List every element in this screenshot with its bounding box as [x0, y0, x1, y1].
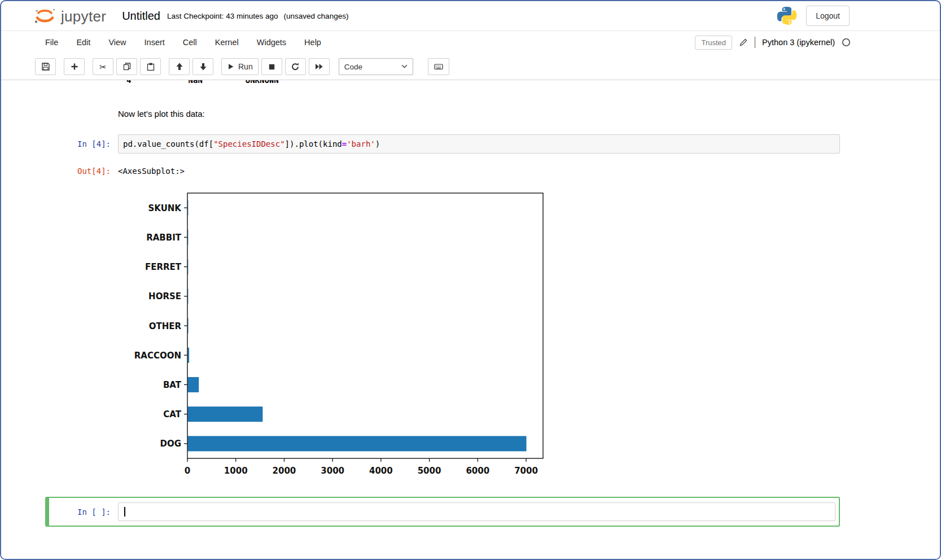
- menu-view[interactable]: View: [99, 38, 135, 47]
- move-cell-down-button[interactable]: [192, 58, 213, 75]
- move-cell-up-button[interactable]: [169, 58, 190, 75]
- copy-icon: [122, 62, 132, 71]
- save-button[interactable]: [35, 58, 56, 75]
- svg-text:1000: 1000: [224, 466, 248, 476]
- jupyter-logo[interactable]: jupyter: [33, 6, 106, 25]
- plus-icon: [70, 62, 79, 71]
- output-prompt: Out[4]:: [35, 161, 118, 177]
- toolbar: ✂ Run: [1, 54, 940, 80]
- code-cell-4[interactable]: In [4]: pd.value_counts(df["SpeciesIDDes…: [35, 134, 840, 487]
- save-icon: [41, 62, 50, 71]
- output-text: <AxesSubplot:>: [118, 161, 185, 177]
- menu-cell[interactable]: Cell: [174, 38, 206, 47]
- markdown-text: Now let's plot this data:: [118, 106, 205, 119]
- paste-icon: [146, 62, 155, 71]
- code-line: pd.value_counts(df["SpeciesIDDesc"]).plo…: [123, 138, 835, 150]
- menu-bar: File Edit View Insert Cell Kernel Widget…: [1, 31, 940, 54]
- add-cell-button[interactable]: [64, 58, 85, 75]
- svg-text:FERRET: FERRET: [145, 262, 182, 272]
- svg-text:DOG: DOG: [160, 439, 181, 449]
- svg-text:3000: 3000: [321, 466, 344, 476]
- run-button-label: Run: [238, 62, 253, 71]
- svg-text:OTHER: OTHER: [149, 321, 182, 331]
- copy-cell-button[interactable]: [116, 58, 137, 75]
- restart-run-all-button[interactable]: [309, 58, 330, 75]
- svg-text:5000: 5000: [418, 466, 441, 476]
- svg-text:HORSE: HORSE: [148, 291, 181, 301]
- restart-icon: [291, 62, 300, 71]
- cell-type-dropdown[interactable]: Code: [339, 58, 413, 75]
- menu-file[interactable]: File: [36, 38, 67, 47]
- svg-text:BAT: BAT: [163, 380, 182, 390]
- jupyter-logo-text: jupyter: [61, 9, 106, 25]
- markdown-prompt-spacer: [35, 106, 118, 119]
- input-prompt: In [4]:: [35, 134, 118, 154]
- svg-text:6000: 6000: [466, 466, 489, 476]
- checkpoint-status: Last Checkpoint: 43 minutes ago: [167, 12, 278, 20]
- svg-text:RABBIT: RABBIT: [146, 232, 182, 242]
- menu-edit[interactable]: Edit: [67, 38, 99, 47]
- code-input-area[interactable]: pd.value_counts(df["SpeciesIDDesc"]).plo…: [118, 134, 840, 154]
- play-icon: [227, 63, 235, 71]
- svg-text:RACCOON: RACCOON: [134, 350, 181, 360]
- menubar-divider: [755, 37, 755, 48]
- notebook-header: jupyter Untitled Last Checkpoint: 43 min…: [1, 1, 940, 31]
- chevron-down-icon: [401, 64, 408, 69]
- kernel-name-label[interactable]: Python 3 (ipykernel): [762, 38, 835, 47]
- notebook-title[interactable]: Untitled: [122, 10, 160, 23]
- svg-text:CAT: CAT: [163, 409, 181, 419]
- kernel-status-icon: [842, 38, 851, 47]
- notebook-area: 4 NaN UNKNOWN Now let's plot this data: …: [1, 80, 940, 559]
- paste-cell-button[interactable]: [140, 58, 161, 75]
- empty-code-input-area[interactable]: [118, 502, 835, 521]
- pencil-icon[interactable]: [739, 38, 748, 47]
- fast-forward-icon: [314, 62, 323, 71]
- restart-kernel-button[interactable]: [285, 58, 306, 75]
- keyboard-icon: [434, 62, 444, 71]
- stop-icon: [268, 63, 276, 71]
- clipped-dataframe-row: 4 NaN UNKNOWN: [126, 80, 840, 86]
- command-palette-button[interactable]: [428, 58, 449, 75]
- python-logo-icon: [777, 6, 797, 26]
- svg-text:4000: 4000: [369, 466, 393, 476]
- unsaved-changes-label: (unsaved changes): [284, 12, 349, 20]
- browser-window: jupyter Untitled Last Checkpoint: 43 min…: [0, 0, 941, 560]
- logout-button[interactable]: Logout: [806, 6, 850, 26]
- svg-text:0: 0: [185, 466, 190, 476]
- text-cursor: [124, 507, 125, 517]
- jupyter-planet-icon: [33, 6, 59, 25]
- menu-widgets[interactable]: Widgets: [248, 38, 295, 47]
- trusted-badge[interactable]: Trusted: [695, 36, 732, 50]
- arrow-up-icon: [175, 62, 184, 71]
- svg-text:SKUNK: SKUNK: [148, 203, 182, 213]
- run-button[interactable]: Run: [221, 58, 259, 75]
- cell-type-value: Code: [344, 63, 362, 71]
- scissors-icon: ✂: [99, 63, 107, 71]
- empty-input-prompt: In [ ]:: [46, 502, 118, 521]
- menu-kernel[interactable]: Kernel: [206, 38, 248, 47]
- bar-chart: DOGCATBATRACCOONOTHERHORSEFERRETRABBITSK…: [132, 189, 567, 487]
- menu-help[interactable]: Help: [295, 38, 330, 47]
- markdown-cell[interactable]: Now let's plot this data:: [35, 106, 840, 119]
- stop-button[interactable]: [261, 58, 282, 75]
- svg-text:7000: 7000: [514, 466, 538, 476]
- empty-code-cell[interactable]: In [ ]:: [45, 497, 840, 527]
- chart-prompt-spacer: [35, 189, 118, 487]
- arrow-down-icon: [199, 62, 208, 71]
- cut-cell-button[interactable]: ✂: [93, 58, 113, 75]
- menu-insert[interactable]: Insert: [135, 38, 174, 47]
- svg-text:2000: 2000: [273, 466, 296, 476]
